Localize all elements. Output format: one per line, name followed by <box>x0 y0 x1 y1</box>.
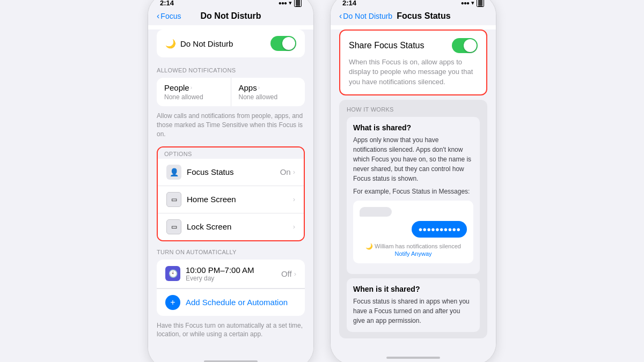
moon-icon: 🌙 <box>165 39 176 49</box>
status-time-left: 2:14 <box>160 0 174 7</box>
status-time-right: 2:14 <box>342 0 356 7</box>
nav-bar-right: ‹ Do Not Disturb Focus Status <box>331 9 496 25</box>
wifi-icon-right: ▾ <box>471 0 474 6</box>
what-shared-box: What is shared? Apps only know that you … <box>347 117 480 274</box>
people-label: People › <box>164 83 223 92</box>
share-toggle-knob <box>464 39 477 52</box>
left-phone-content: 🌙 Do Not Disturb ALLOWED NOTIFICATIONS P… <box>148 29 313 355</box>
add-label[interactable]: Add Schedule or Automation <box>186 298 288 307</box>
people-sub: None allowed <box>164 93 223 101</box>
share-description: When this Focus is on, allow apps to dis… <box>349 57 478 87</box>
chevron-left-icon-right: ‹ <box>339 11 342 21</box>
do-not-disturb-toggle-row[interactable]: 🌙 Do Not Disturb <box>157 29 305 57</box>
toggle-label: 🌙 Do Not Disturb <box>165 39 233 49</box>
example-label: For example, Focus Status in Messages: <box>353 187 473 196</box>
nav-title-left: Do Not Disturb <box>201 11 261 21</box>
home-screen-icon: ▭ <box>166 192 181 207</box>
sent-bubble: ●●●●●●●●●● <box>412 221 467 238</box>
chevron-home-screen: › <box>293 195 295 203</box>
status-icons-right: ●●● ▾ ▓ <box>461 0 484 7</box>
schedule-time: 10:00 PM–7:00 AM <box>186 265 254 275</box>
what-shared-text: Apps only know that you have notificatio… <box>353 135 473 183</box>
left-phone: 2:14 ●●● ▾ ▓ ‹ Focus Do Not Disturb 🌙 Do… <box>148 0 314 362</box>
schedule-value: Off <box>281 269 292 278</box>
focus-status-label: Focus Status <box>187 167 234 176</box>
home-screen-label: Home Screen <box>187 195 236 204</box>
chevron-left-icon: ‹ <box>157 11 159 21</box>
chevron-focus-status: › <box>293 168 295 176</box>
allowed-notifications-header: ALLOWED NOTIFICATIONS <box>148 62 313 76</box>
chevron-lock-screen: › <box>293 223 295 231</box>
do-not-disturb-switch[interactable] <box>270 36 296 51</box>
received-bubble <box>360 207 392 217</box>
lock-screen-row[interactable]: ▭ Lock Screen › <box>158 213 304 240</box>
people-col[interactable]: People › None allowed <box>157 78 231 106</box>
auto-header: TURN ON AUTOMATICALLY <box>148 243 313 257</box>
share-row: Share Focus Status <box>349 38 478 53</box>
back-label-left[interactable]: Focus <box>160 12 181 20</box>
home-indicator-left <box>148 355 313 362</box>
phone-screen-icon: ▭ <box>171 196 177 203</box>
focus-status-row[interactable]: 👤 Focus Status On › <box>158 159 304 186</box>
chevron-people: › <box>191 85 192 91</box>
message-preview: ●●●●●●●●●● 🌙 William has notifications s… <box>353 201 473 263</box>
schedule-sub: Every day <box>186 275 254 282</box>
schedule-row[interactable]: 🕙 10:00 PM–7:00 AM Every day Off › <box>157 260 305 289</box>
focus-status-icon: 👤 <box>166 165 181 180</box>
status-bar-right: 2:14 ●●● ▾ ▓ <box>331 0 496 9</box>
lock-phone-icon: ▭ <box>171 223 177 231</box>
what-shared-title: What is shared? <box>353 123 473 132</box>
options-header: OPTIONS <box>158 147 304 159</box>
lock-screen-label: Lock Screen <box>187 222 231 231</box>
nav-bar-left: ‹ Focus Do Not Disturb <box>148 9 313 25</box>
back-button-left[interactable]: ‹ Focus <box>157 11 181 21</box>
clock-icon: 🕙 <box>165 266 180 281</box>
people-apps-group: People › None allowed Apps › None allowe… <box>157 78 305 106</box>
plus-icon: + <box>165 295 180 310</box>
when-shared-text: Focus status is shared in apps when you … <box>353 297 473 326</box>
person-icon: 👤 <box>170 168 179 176</box>
battery-icon-right: ▓ <box>477 0 484 7</box>
home-screen-row[interactable]: ▭ Home Screen › <box>158 186 304 213</box>
status-bar-left: 2:14 ●●● ▾ ▓ <box>148 0 313 9</box>
message-notification: 🌙 William has notifications silenced Not… <box>360 241 467 257</box>
lock-screen-right: › <box>293 223 295 231</box>
clock-symbol: 🕙 <box>169 269 178 278</box>
when-shared-box: When is it shared? Focus status is share… <box>347 278 480 332</box>
options-section: OPTIONS 👤 Focus Status On › <box>157 146 305 241</box>
back-button-right[interactable]: ‹ Do Not Disturb <box>339 11 392 21</box>
lock-screen-left: ▭ Lock Screen <box>166 219 231 234</box>
options-body: 👤 Focus Status On › ▭ <box>158 159 304 240</box>
add-schedule-row[interactable]: + Add Schedule or Automation <box>157 289 305 316</box>
how-it-works-section: HOW IT WORKS What is shared? Apps only k… <box>339 100 487 338</box>
apps-label: Apps › <box>239 83 298 92</box>
home-indicator-right <box>331 351 496 362</box>
focus-status-right: On › <box>280 167 295 176</box>
focus-status-left: 👤 Focus Status <box>166 165 234 180</box>
auto-info-text: Have this Focus turn on automatically at… <box>148 318 313 345</box>
home-bar-right <box>386 357 440 359</box>
share-focus-switch[interactable] <box>452 38 478 53</box>
toggle-text: Do Not Disturb <box>180 39 233 48</box>
apps-col[interactable]: Apps › None allowed <box>231 78 305 106</box>
toggle-knob <box>282 37 295 50</box>
signal-icon-right: ●●● <box>461 0 469 6</box>
how-header: HOW IT WORKS <box>347 106 480 113</box>
notify-anyway-link[interactable]: Notify Anyway <box>360 250 467 257</box>
sent-bubble-text: ●●●●●●●●●● <box>418 225 460 233</box>
chevron-apps: › <box>258 85 260 91</box>
allowed-info-text: Allow calls and notifications from peopl… <box>148 108 313 144</box>
share-focus-status-box: Share Focus Status When this Focus is on… <box>339 29 487 95</box>
schedule-right: Off › <box>281 269 296 278</box>
chevron-schedule: › <box>294 270 296 278</box>
notification-text: 🌙 William has notifications silenced <box>365 243 461 249</box>
wifi-icon: ▾ <box>289 0 292 6</box>
battery-icon: ▓ <box>294 0 302 7</box>
focus-status-value: On <box>280 167 291 176</box>
schedule-text-block: 10:00 PM–7:00 AM Every day <box>186 265 254 282</box>
back-label-right[interactable]: Do Not Disturb <box>343 12 392 20</box>
home-screen-right: › <box>293 195 295 203</box>
lock-screen-icon: ▭ <box>166 219 181 234</box>
status-icons-left: ●●● ▾ ▓ <box>279 0 302 7</box>
when-shared-title: When is it shared? <box>353 285 473 293</box>
